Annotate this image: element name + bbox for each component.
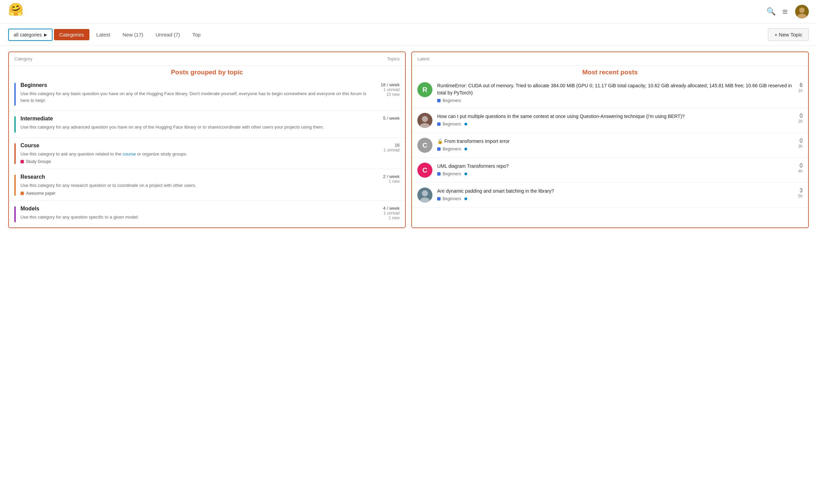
post-content-import: 🔒 From transformers import error Beginne… [437, 138, 793, 151]
time-ago-padding: 5h [798, 194, 803, 198]
beginners-color-bar [14, 83, 16, 106]
hamburger-menu-icon[interactable]: ≡ [783, 6, 788, 17]
beginners-stats: 18 / week 1 unread 10 new [372, 82, 400, 97]
post-category-padding: Beginners [437, 196, 793, 201]
post-content-cuda: RuntimeError: CUDA out of memory. Tried … [437, 82, 793, 103]
header-right: 🔍 ≡ [766, 5, 809, 18]
nav-bar: all categories ▶ Categories Latest New (… [0, 24, 817, 46]
left-panel: Category Topics Posts grouped by topic B… [8, 51, 406, 228]
category-row-course: Course Use this category to ask any ques… [9, 138, 405, 169]
post-row-padding: Are dynamic padding and smart batching i… [412, 183, 808, 208]
time-ago-cuda: 1h [798, 88, 803, 93]
reply-count-import: 0 [798, 138, 803, 144]
tab-unread[interactable]: Unread (7) [150, 29, 186, 40]
course-stat-unread: 1 unread [372, 148, 400, 152]
models-stat-unread: 1 unread [372, 211, 400, 216]
awesome-paper-dot [20, 192, 24, 195]
models-content: Models Use this category for any questio… [20, 206, 370, 223]
awesome-paper-label: Awesome paper [26, 191, 56, 196]
category-column-header: Category [14, 56, 32, 61]
post-row-bert: How can I put multiple questions in the … [412, 108, 808, 133]
research-stat-new: 1 new [372, 179, 400, 184]
category-row-research: Research Use this category for any resea… [9, 169, 405, 201]
post-avatar-uml[interactable]: C [417, 163, 432, 178]
intermediate-content: Intermediate Use this category for any a… [20, 116, 370, 133]
lock-icon: 🔒 [437, 138, 443, 144]
intermediate-name[interactable]: Intermediate [20, 116, 370, 122]
online-indicator-padding [464, 197, 467, 200]
header: 🤗 🔍 ≡ [0, 0, 817, 24]
research-subcategory: Awesome paper [20, 191, 370, 196]
category-row-beginners: Beginners Use this category for any basi… [9, 77, 405, 111]
beginners-cat-label-import: Beginners [443, 147, 461, 151]
post-avatar-bert[interactable] [417, 113, 432, 128]
beginners-cat-dot-import [437, 147, 441, 151]
new-topic-label: + New Topic [774, 32, 802, 38]
beginners-cat-label-uml: Beginners [443, 172, 461, 176]
post-row-uml: C UML diagram Transformers repo? Beginne… [412, 158, 808, 183]
svg-point-4 [422, 116, 428, 122]
tab-categories[interactable]: Categories [54, 29, 90, 40]
time-ago-import: 3h [798, 144, 803, 149]
reply-count-bert: 0 [798, 113, 803, 119]
post-stats-padding: 3 5h [798, 188, 803, 198]
post-title-cuda[interactable]: RuntimeError: CUDA out of memory. Tried … [437, 82, 793, 97]
online-indicator-uml [464, 173, 467, 175]
main-content: Category Topics Posts grouped by topic B… [0, 46, 817, 234]
post-title-import[interactable]: 🔒 From transformers import error [437, 138, 793, 145]
beginners-cat-dot-bert [437, 122, 441, 126]
user-avatar[interactable] [795, 5, 809, 18]
tab-latest[interactable]: Latest [91, 29, 116, 40]
reply-count-cuda: 6 [798, 82, 803, 88]
beginners-content: Beginners Use this category for any basi… [20, 82, 370, 106]
category-row-intermediate: Intermediate Use this category for any a… [9, 111, 405, 138]
site-logo[interactable]: 🤗 [8, 3, 25, 20]
post-stats-uml: 0 4h [798, 163, 803, 174]
research-desc: Use this category for any research quest… [20, 182, 370, 189]
research-name[interactable]: Research [20, 174, 370, 180]
reply-count-padding: 3 [798, 188, 803, 194]
all-categories-button[interactable]: all categories ▶ [8, 29, 53, 41]
new-topic-button[interactable]: + New Topic [768, 28, 809, 41]
beginners-name[interactable]: Beginners [20, 82, 370, 88]
online-indicator-bert [464, 123, 467, 125]
post-content-padding: Are dynamic padding and smart batching i… [437, 188, 793, 201]
beginners-stat-main: 18 / week [372, 82, 400, 87]
models-stat-new: 1 new [372, 216, 400, 220]
course-subcategory: Study Groups [20, 159, 370, 164]
models-color-bar [14, 206, 16, 223]
post-stats-cuda: 6 1h [798, 82, 803, 93]
models-stat-main: 4 / week [372, 206, 400, 211]
post-title-bert[interactable]: How can I put multiple questions in the … [437, 113, 793, 120]
course-stat-main: 16 [372, 143, 400, 148]
beginners-cat-dot-uml [437, 172, 441, 176]
tab-new[interactable]: New (17) [117, 29, 149, 40]
research-content: Research Use this category for any resea… [20, 174, 370, 196]
post-category-cuda: Beginners [437, 98, 793, 103]
recent-label: Most recent posts [412, 66, 808, 77]
post-avatar-import[interactable]: C [417, 138, 432, 153]
models-desc: Use this category for any question speci… [20, 214, 370, 221]
tab-top[interactable]: Top [187, 29, 206, 40]
beginners-cat-dot-padding [437, 197, 441, 201]
beginners-stat-new: 10 new [372, 92, 400, 97]
reply-count-uml: 0 [798, 163, 803, 169]
intermediate-color-bar [14, 116, 16, 133]
post-row-cuda: R RuntimeError: CUDA out of memory. Trie… [412, 77, 808, 108]
post-avatar-padding[interactable] [417, 188, 432, 203]
post-title-uml[interactable]: UML diagram Transformers repo? [437, 163, 793, 170]
post-category-import: Beginners [437, 147, 793, 151]
intermediate-stat-main: 5 / week [372, 116, 400, 121]
post-category-uml: Beginners [437, 172, 793, 176]
course-link[interactable]: course [123, 151, 136, 157]
post-title-padding[interactable]: Are dynamic padding and smart batching i… [437, 188, 793, 195]
models-name[interactable]: Models [20, 206, 370, 212]
post-stats-bert: 0 2h [798, 113, 803, 124]
search-icon[interactable]: 🔍 [766, 7, 776, 16]
course-name[interactable]: Course [20, 143, 370, 149]
research-stat-main: 2 / week [372, 174, 400, 179]
category-row-models: Models Use this category for any questio… [9, 201, 405, 228]
right-panel-header: Latest [412, 52, 808, 66]
topics-column-header: Topics [387, 56, 400, 61]
post-avatar-r[interactable]: R [417, 82, 432, 97]
